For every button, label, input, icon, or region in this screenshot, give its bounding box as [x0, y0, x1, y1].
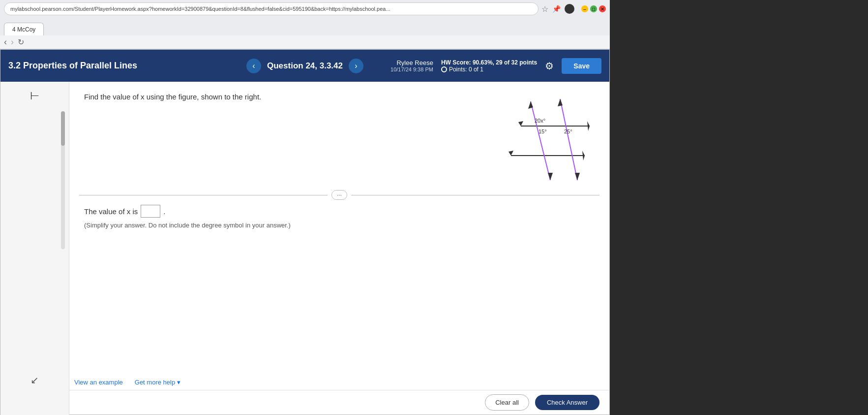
close-button[interactable]: ✕: [599, 5, 606, 12]
user-name: Rylee Reese: [390, 59, 433, 66]
svg-text:15°: 15°: [539, 128, 547, 134]
clear-all-button[interactable]: Clear all: [485, 394, 529, 411]
svg-marker-11: [575, 173, 580, 180]
svg-line-2: [531, 101, 550, 180]
scroll-track[interactable]: [61, 111, 65, 249]
bottom-action-bar: Clear all Check Answer: [69, 390, 609, 415]
points-circle-icon: [441, 66, 447, 72]
browser-url-bar[interactable]: mylabschool.pearson.com/Student/PlayerHo…: [4, 2, 539, 15]
main-content: Find the value of x using the figure, sh…: [69, 82, 609, 415]
simplify-note: (Simplify your answer. Do not include th…: [84, 222, 291, 229]
svg-line-3: [560, 99, 577, 180]
header-bar: 3.2 Properties of Parallel Lines ‹ Quest…: [0, 50, 609, 82]
refresh-button[interactable]: ↻: [18, 37, 24, 47]
points-label: Points: 0 of 1: [449, 66, 483, 73]
minimize-button[interactable]: –: [581, 5, 588, 12]
left-sidebar: ⊢ ↙: [0, 82, 69, 415]
svg-marker-6: [518, 121, 523, 126]
active-tab[interactable]: 4 McCoy: [4, 23, 44, 35]
get-more-help-link[interactable]: Get more help ▾: [135, 379, 180, 386]
gear-icon: ⚙: [545, 61, 554, 71]
browser-icons: ☆ 📌: [541, 4, 574, 14]
svg-marker-8: [509, 151, 513, 156]
forward-nav-button[interactable]: ›: [11, 37, 14, 47]
hw-score: HW Score: 90.63%, 29 of 32 points: [441, 59, 537, 66]
svg-text:25°: 25°: [564, 128, 572, 134]
next-question-button[interactable]: ›: [349, 59, 363, 73]
dots-icon: ···: [337, 192, 342, 198]
cursor-indicator: ↙: [30, 374, 39, 386]
back-nav-button[interactable]: ‹: [4, 37, 7, 47]
bottom-links: View an example Get more help ▾: [74, 379, 180, 386]
answer-input[interactable]: [141, 205, 160, 218]
view-example-link[interactable]: View an example: [74, 379, 123, 386]
period: .: [163, 207, 165, 216]
section-title: 3.2 Properties of Parallel Lines: [8, 61, 137, 71]
right-chevron-icon: ›: [355, 62, 357, 70]
header-right: Rylee Reese 10/17/24 9:38 PM HW Score: 9…: [390, 58, 601, 74]
question-text: Find the value of x using the figure, sh…: [84, 92, 379, 103]
answer-prefix: The value of x is: [84, 207, 138, 216]
gear-button[interactable]: ⚙: [545, 60, 554, 72]
answer-area: The value of x is . (Simplify your answe…: [84, 205, 291, 229]
svg-marker-10: [558, 99, 563, 106]
divider-line: [79, 195, 328, 195]
score-info: HW Score: 90.63%, 29 of 32 points Points…: [441, 59, 537, 73]
url-text: mylabschool.pearson.com/Student/PlayerHo…: [10, 6, 390, 12]
expand-button[interactable]: ···: [331, 190, 347, 200]
svg-text:20x°: 20x°: [535, 118, 545, 124]
user-info: Rylee Reese 10/17/24 9:38 PM: [390, 59, 433, 72]
divider-line-right: [351, 195, 599, 195]
timestamp: 10/17/24 9:38 PM: [390, 66, 433, 72]
question-label: Question 24, 3.3.42: [267, 61, 343, 71]
star-icon[interactable]: ☆: [541, 4, 548, 14]
svg-marker-5: [548, 173, 553, 180]
window-controls: – □ ✕: [581, 5, 606, 12]
diagram-area: 20x° 15° 25°: [491, 87, 599, 185]
pin-icon[interactable]: 📌: [552, 5, 561, 13]
scroll-thumb: [61, 111, 65, 146]
points-line: Points: 0 of 1: [441, 66, 537, 73]
back-to-start-button[interactable]: ⊢: [30, 90, 39, 102]
app-window: 3.2 Properties of Parallel Lines ‹ Quest…: [0, 49, 610, 415]
parallel-lines-diagram: 20x° 15° 25°: [491, 87, 599, 185]
answer-row: The value of x is .: [84, 205, 291, 218]
question-nav: ‹ Question 24, 3.3.42 ›: [246, 59, 363, 73]
content-divider-area: ···: [69, 190, 609, 200]
prev-question-button[interactable]: ‹: [246, 59, 261, 73]
check-answer-button[interactable]: Check Answer: [535, 395, 599, 410]
left-chevron-icon: ‹: [252, 62, 255, 70]
content-area: ⊢ ↙ Find the value of x using the figure…: [0, 82, 609, 415]
maximize-button[interactable]: □: [590, 5, 597, 12]
profile-icon[interactable]: [565, 4, 574, 14]
save-button[interactable]: Save: [562, 58, 601, 74]
tab-title: 4 McCoy: [12, 26, 35, 33]
